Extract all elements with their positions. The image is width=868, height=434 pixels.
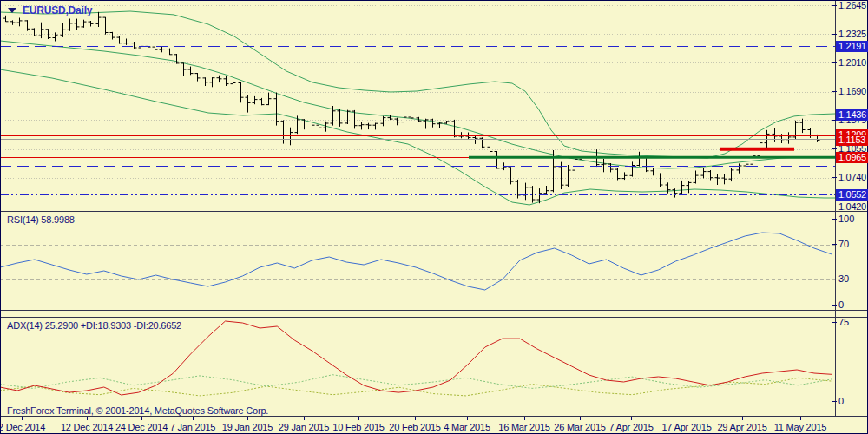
price-tick	[832, 34, 837, 35]
date-tick	[22, 417, 23, 420]
date-tick	[304, 417, 305, 420]
adx-indicator-label: ADX(14) 25.2900 +DI:18.9303 -DI:20.6652	[7, 320, 181, 331]
adx-scale-label: 75	[838, 318, 849, 327]
date-label: 7 Jan 2015	[170, 422, 215, 432]
date-tick	[742, 417, 743, 420]
price-axis-label: 1.1690	[838, 87, 866, 96]
rsi-scale-label: 0	[838, 300, 844, 310]
price-tick	[832, 148, 837, 149]
price-tick	[832, 177, 837, 178]
date-tick	[87, 417, 88, 420]
date-tick	[800, 417, 801, 420]
date-label: 7 Apr 2015	[608, 422, 653, 432]
rsi-scale-label: 100	[838, 214, 854, 224]
rsi-tick	[832, 219, 837, 220]
symbol-period-label: EURUSD,Daily	[23, 4, 92, 16]
rsi-scale-label: 70	[838, 240, 849, 249]
date-tick	[415, 417, 416, 420]
date-label: 24 Dec 2014	[115, 422, 168, 432]
chart-symbol-title: EURUSD,Daily	[8, 4, 92, 16]
price-tick	[832, 91, 837, 92]
date-tick	[687, 417, 687, 420]
price-tick	[832, 5, 837, 6]
date-tick	[193, 417, 194, 420]
adx-tick	[832, 401, 837, 402]
band-middle	[0, 41, 835, 168]
price-axis-label: 1.0420	[838, 202, 866, 212]
date-tick	[358, 417, 359, 420]
date-tick	[631, 417, 632, 420]
symbol-dropdown-icon[interactable]	[8, 8, 16, 13]
rsi-scale-label: 30	[838, 274, 849, 284]
price-badge-1.0965: 1.0965	[836, 152, 868, 163]
date-label: 19 Jan 2015	[222, 422, 273, 432]
date-tick	[247, 417, 248, 420]
chart-canvas[interactable]	[0, 0, 868, 434]
date-label: 29 Apr 2015	[717, 422, 766, 432]
terminal-copyright: FreshForex Terminal, © 2001-2014, MetaQu…	[7, 405, 268, 416]
price-axis-label: 1.2010	[838, 58, 866, 68]
date-label: 2 Dec 2014	[0, 422, 45, 432]
rsi-indicator-label: RSI(14) 58.9988	[7, 214, 75, 225]
mt4-terminal-window: EURUSD,Daily RSI(14) 58.9988 ADX(14) 25.…	[0, 0, 868, 434]
price-badge-1.2191: 1.2191	[836, 41, 868, 52]
window-border	[1, 1, 868, 434]
price-axis-label: 1.2645	[838, 1, 866, 10]
rsi-tick	[832, 305, 837, 306]
price-bars	[3, 12, 820, 203]
rsi-line	[0, 233, 832, 290]
price-badge-1.0552: 1.0552	[836, 189, 868, 201]
plus-di-line	[0, 378, 832, 396]
date-label: 11 May 2015	[774, 422, 827, 432]
date-label: 4 Mar 2015	[444, 422, 490, 432]
rsi-tick	[832, 279, 837, 279]
rsi-tick	[832, 244, 837, 245]
price-tick	[832, 207, 837, 207]
date-tick	[141, 417, 142, 420]
date-label: 16 Mar 2015	[498, 422, 550, 432]
date-label: 17 Apr 2015	[661, 422, 711, 432]
date-label: 29 Jan 2015	[279, 422, 329, 432]
date-label: 10 Feb 2015	[332, 422, 385, 432]
price-badge-1.1153: 1.1153	[836, 135, 868, 146]
date-tick	[580, 417, 581, 420]
band-lower	[0, 69, 835, 205]
date-tick	[524, 417, 525, 420]
date-label: 20 Feb 2015	[389, 422, 441, 432]
price-badge-1.1436: 1.1436	[836, 109, 868, 121]
price-tick	[832, 62, 837, 63]
adx-tick	[832, 322, 837, 323]
date-tick	[467, 417, 468, 420]
minus-di-line	[0, 375, 832, 389]
price-axis-label: 1.2325	[838, 30, 866, 39]
date-label: 26 Mar 2015	[554, 422, 606, 432]
date-label: 12 Dec 2014	[61, 422, 113, 432]
price-axis-label: 1.0740	[838, 173, 866, 182]
adx-scale-label: 0	[838, 397, 844, 406]
